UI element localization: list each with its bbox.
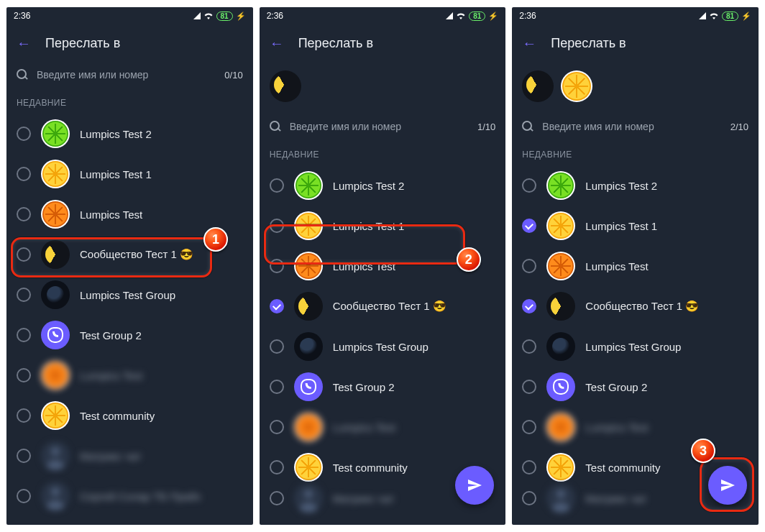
contact-label: Lumpics Test 1 xyxy=(333,220,405,232)
list-item[interactable]: Lumpics Test 1 xyxy=(260,206,506,246)
radio-unchecked[interactable] xyxy=(17,489,31,503)
search-row[interactable]: Введите имя или номер 2/10 xyxy=(512,114,759,139)
radio-unchecked[interactable] xyxy=(270,178,284,193)
radio-unchecked[interactable] xyxy=(270,259,284,273)
status-bar: 2:36 81 ⚡ xyxy=(6,7,253,24)
wifi-icon xyxy=(709,12,719,21)
list-item[interactable]: Lumpics Test 2 xyxy=(6,114,253,154)
list-item[interactable]: Lumpics Test Group xyxy=(260,326,506,367)
selection-counter: 0/10 xyxy=(224,70,242,81)
radio-unchecked[interactable] xyxy=(522,178,536,193)
list-item[interactable]: Lumpics Test xyxy=(6,355,253,395)
radio-unchecked[interactable] xyxy=(17,127,31,141)
radio-unchecked[interactable] xyxy=(17,288,31,302)
selected-chip[interactable] xyxy=(522,70,554,102)
list-item[interactable]: Lumpics Test xyxy=(512,246,759,286)
list-item[interactable]: Lumpics Test 1 xyxy=(512,206,759,246)
radio-unchecked[interactable] xyxy=(270,491,284,505)
avatar xyxy=(41,482,70,510)
list-item[interactable]: Сообщество Тест 1 😎 xyxy=(260,286,506,326)
list-item[interactable]: Test community xyxy=(6,395,253,436)
radio-unchecked[interactable] xyxy=(522,460,536,474)
list-item[interactable]: Lumpics Test 1 xyxy=(6,154,253,194)
avatar xyxy=(294,453,323,482)
contact-label: Матрикс чат xyxy=(333,492,394,505)
contact-list: Lumpics Test 2 Lumpics Test 1 Lumpics Te… xyxy=(512,165,759,509)
charging-icon: ⚡ xyxy=(741,12,751,21)
list-item[interactable]: Lumpics Test 2 xyxy=(260,165,506,206)
selected-chip[interactable] xyxy=(270,70,301,102)
back-button[interactable]: ← xyxy=(522,36,536,50)
search-placeholder: Введите имя или номер xyxy=(37,69,148,81)
battery-badge: 81 xyxy=(216,12,233,21)
contact-label: Lumpics Test 2 xyxy=(80,128,152,140)
radio-unchecked[interactable] xyxy=(270,219,284,233)
send-fab[interactable] xyxy=(708,466,747,505)
avatar xyxy=(546,372,575,401)
avatar xyxy=(41,401,70,430)
contact-label: Test Group 2 xyxy=(80,329,142,341)
contact-label: Сообщество Тест 1 😎 xyxy=(80,248,193,261)
avatar xyxy=(41,280,70,309)
contact-label: Test community xyxy=(585,462,660,474)
back-button[interactable]: ← xyxy=(270,36,284,50)
signal-icon xyxy=(193,12,201,19)
radio-unchecked[interactable] xyxy=(17,247,31,262)
app-bar: ← Переслать в xyxy=(260,24,506,62)
list-item[interactable]: Lumpics Test xyxy=(512,407,759,447)
list-item[interactable]: Lumpics Test xyxy=(260,407,506,447)
radio-unchecked[interactable] xyxy=(17,408,31,423)
radio-unchecked[interactable] xyxy=(522,491,536,505)
radio-unchecked[interactable] xyxy=(522,259,536,273)
phone-screen-3: 2:36 81 ⚡ ← Переслать в Введите имя или … xyxy=(512,7,759,525)
list-item[interactable]: Lumpics Test 2 xyxy=(512,165,759,206)
radio-unchecked[interactable] xyxy=(270,380,284,394)
list-item[interactable]: Сообщество Тест 1 😎 xyxy=(512,286,759,326)
radio-unchecked[interactable] xyxy=(17,368,31,382)
back-button[interactable]: ← xyxy=(17,36,31,50)
radio-unchecked[interactable] xyxy=(17,167,31,181)
contact-list: Lumpics Test 2 Lumpics Test 1 Lumpics Te… xyxy=(6,114,253,516)
search-row[interactable]: Введите имя или номер 1/10 xyxy=(260,114,506,139)
radio-unchecked[interactable] xyxy=(522,339,536,354)
search-row[interactable]: Введите имя или номер 0/10 xyxy=(6,62,253,88)
radio-unchecked[interactable] xyxy=(270,420,284,434)
list-item[interactable]: Test Group 2 xyxy=(6,315,253,355)
list-item[interactable]: Test Group 2 xyxy=(260,367,506,407)
contact-label: Lumpics Test xyxy=(585,421,648,434)
radio-unchecked[interactable] xyxy=(17,328,31,342)
contact-label: Lumpics Test 1 xyxy=(585,220,657,232)
list-item[interactable]: Lumpics Test xyxy=(260,246,506,286)
contact-label: Сообщество Тест 1 😎 xyxy=(585,300,699,313)
radio-unchecked[interactable] xyxy=(522,380,536,394)
list-item[interactable]: Матрикс чат xyxy=(6,436,253,476)
radio-checked[interactable] xyxy=(522,299,536,313)
radio-checked[interactable] xyxy=(270,299,284,313)
status-right: 81 ⚡ xyxy=(699,12,751,21)
list-item[interactable]: Сообщество Тест 1 😎 xyxy=(6,234,253,275)
avatar xyxy=(294,292,323,321)
wifi-icon xyxy=(203,12,214,21)
send-fab[interactable] xyxy=(455,466,494,505)
list-item[interactable]: Test Group 2 xyxy=(512,367,759,407)
radio-checked[interactable] xyxy=(522,219,536,233)
selected-chips xyxy=(512,62,759,114)
list-item[interactable]: Lumpics Test xyxy=(6,194,253,234)
avatar xyxy=(41,200,70,229)
radio-unchecked[interactable] xyxy=(17,449,31,463)
status-time: 2:36 xyxy=(267,11,283,21)
list-item[interactable]: Lumpics Test Group xyxy=(512,326,759,367)
search-icon xyxy=(17,69,28,81)
avatar xyxy=(546,292,575,321)
radio-unchecked[interactable] xyxy=(17,207,31,221)
radio-unchecked[interactable] xyxy=(522,420,536,434)
contact-label: Матрикс чат xyxy=(80,450,141,462)
list-item[interactable]: Lumpics Test Group xyxy=(6,275,253,315)
avatar xyxy=(41,361,70,390)
status-bar: 2:36 81 ⚡ xyxy=(260,7,506,24)
radio-unchecked[interactable] xyxy=(270,460,284,474)
selected-chip[interactable] xyxy=(561,70,592,102)
radio-unchecked[interactable] xyxy=(270,339,284,354)
list-item[interactable]: Сергей Солар ТБ Прайз xyxy=(6,476,253,516)
avatar xyxy=(546,252,575,280)
